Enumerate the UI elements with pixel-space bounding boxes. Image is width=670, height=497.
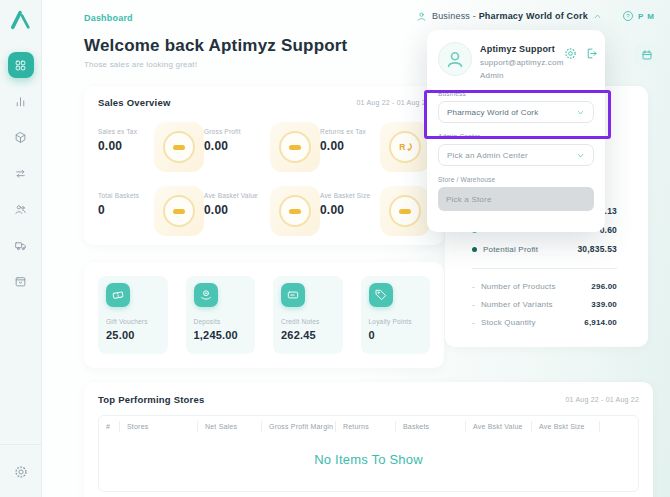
sidebar-item-transfers[interactable]: [8, 160, 34, 186]
divider: [472, 268, 617, 269]
business-field-label: Business: [438, 90, 594, 97]
gift-vouchers-tile: Gift Vouchers 25.00: [98, 276, 168, 354]
business-label: Business - Pharmacy World of Cork: [432, 11, 588, 21]
dash-circle-icon: [163, 131, 195, 163]
gear-icon: [14, 465, 28, 479]
chevron-up-icon: [593, 12, 602, 21]
ticket-icon: [106, 283, 130, 307]
aptimyz-logo[interactable]: [10, 10, 32, 34]
stat-number-of-products: -Number of Products 296.00: [472, 282, 617, 291]
grid-icon: [14, 59, 27, 72]
business-selector[interactable]: Business - Pharmacy World of Cork: [416, 11, 602, 22]
chevron-down-icon: [576, 108, 585, 117]
col-ave-bskt-value: Ave Bskt Value: [465, 421, 531, 432]
admin-center-field-label: Admin Center: [438, 133, 594, 140]
svg-text:?: ?: [626, 13, 630, 19]
svg-text:R: R: [399, 142, 405, 152]
stat-number-of-variants: -Number of Variants 339.00: [472, 300, 617, 309]
dark-dot-icon: [472, 247, 477, 252]
table-date-range: 01 Aug 22 - 01 Aug 22: [566, 396, 639, 403]
page-title: Welcome back Aptimyz Support: [84, 36, 347, 56]
users-icon: [14, 203, 27, 216]
profile-role: Admin: [480, 71, 564, 80]
metric-sales-ex-tax: Sales ex Tax 0.00: [98, 116, 204, 180]
metric-returns-ex-tax: Returns ex Tax 0.00 R: [320, 116, 430, 180]
table-header-row: # Stores Net Sales Gross Profit Margin R…: [99, 416, 638, 436]
stores-table: # Stores Net Sales Gross Profit Margin R…: [98, 415, 639, 492]
col-ave-bskt-size: Ave Bskt Size: [531, 421, 599, 432]
col-gross-profit-margin: Gross Profit Margin: [261, 421, 335, 432]
person-icon: [416, 11, 427, 22]
sidebar: [0, 0, 42, 497]
potential-profit-row: Potential Profit 30,835.53: [472, 244, 617, 254]
metric-total-baskets: Total Baskets 0: [98, 180, 204, 244]
return-circle-icon: R: [389, 131, 421, 163]
admin-center-select[interactable]: Pick an Admin Center: [438, 144, 594, 166]
user-initials[interactable]: P M: [638, 12, 655, 21]
dash-circle-icon: [279, 195, 311, 227]
tag-icon: [369, 283, 393, 307]
sales-overview-title: Sales Overview: [98, 97, 171, 108]
sidebar-item-analytics[interactable]: [8, 88, 34, 114]
calendar-icon: [641, 49, 653, 61]
top-stores-title: Top Performing Stores: [98, 394, 204, 405]
transfer-arrows-icon: [14, 167, 27, 180]
date-picker-button[interactable]: [634, 44, 660, 66]
col-returns: Returns: [335, 421, 395, 432]
sidebar-item-dashboard[interactable]: [8, 52, 34, 78]
sidebar-nav: [8, 52, 34, 304]
truck-icon: [14, 239, 27, 252]
metric-ave-basket-size: Ave Basket Size 0.00: [320, 180, 430, 244]
vouchers-card: Gift Vouchers 25.00 Deposits 1,245.00 Cr…: [84, 262, 444, 368]
settings-gear-icon[interactable]: [564, 47, 577, 60]
col-net-sales: Net Sales: [197, 421, 261, 432]
empty-state-message: No Items To Show: [99, 452, 638, 467]
settings-button[interactable]: [14, 465, 28, 483]
person-icon: [444, 48, 466, 70]
bag-icon: [14, 275, 27, 288]
page-subtitle: Those sales are looking great!: [84, 60, 197, 69]
top-stores-card: Top Performing Stores 01 Aug 22 - 01 Aug…: [84, 382, 653, 497]
sales-date-range: 01 Aug 22 - 01 Aug 22: [357, 99, 430, 106]
help-icon[interactable]: ?: [622, 10, 634, 22]
sidebar-item-customers[interactable]: [8, 196, 34, 222]
sidebar-item-deliveries[interactable]: [8, 232, 34, 258]
dash-circle-icon: [279, 131, 311, 163]
metric-gross-profit: Gross Profit 0.00: [204, 116, 320, 180]
chevron-down-icon: [576, 151, 585, 160]
sales-overview-card: Sales Overview 01 Aug 22 - 01 Aug 22 Sal…: [84, 86, 444, 245]
loyalty-points-tile: Loyalty Points 0: [361, 276, 431, 354]
col-index: #: [99, 421, 119, 432]
header-right: Business - Pharmacy World of Cork ? P M: [416, 10, 655, 22]
breadcrumb[interactable]: Dashboard: [84, 13, 133, 23]
sidebar-footer: [0, 444, 41, 497]
stat-stock-quantity: -Stock Quantity 6,914.00: [472, 318, 617, 327]
sidebar-item-products[interactable]: [8, 124, 34, 150]
profile-popover: Aptimyz Support support@aptimyz.com Admi…: [427, 30, 605, 232]
sidebar-item-orders[interactable]: [8, 268, 34, 294]
profile-name: Aptimyz Support: [480, 44, 564, 54]
dash-circle-icon: [389, 195, 421, 227]
logout-icon[interactable]: [585, 47, 598, 60]
business-select[interactable]: Pharmacy World of Cork: [438, 101, 594, 123]
package-icon: [14, 131, 27, 144]
profile-email: support@aptimyz.com: [480, 58, 564, 67]
credit-notes-tile: Credit Notes 262.45: [273, 276, 343, 354]
col-filler: [599, 421, 638, 432]
credit-note-icon: [281, 283, 305, 307]
dash-circle-icon: [163, 195, 195, 227]
metrics-grid: Sales ex Tax 0.00 Gross Profit 0.00 Retu…: [98, 116, 430, 244]
logo-icon: [10, 10, 32, 30]
col-stores: Stores: [119, 421, 197, 432]
metric-ave-basket-value: Ave Basket Value 0.00: [204, 180, 320, 244]
bar-chart-icon: [14, 95, 27, 108]
avatar: [438, 42, 472, 76]
deposits-tile: Deposits 1,245.00: [186, 276, 256, 354]
store-input-disabled: Pick a Store: [438, 187, 594, 211]
user-menu: ? P M: [622, 10, 655, 22]
coin-hand-icon: [194, 283, 218, 307]
store-field-label: Store / Warehouse: [438, 176, 594, 183]
col-baskets: Baskets: [395, 421, 465, 432]
